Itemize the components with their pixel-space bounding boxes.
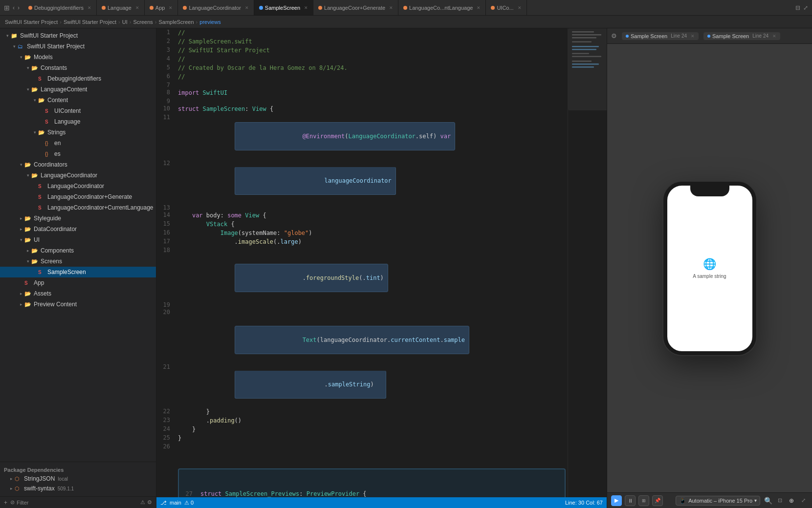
iphone-notch xyxy=(690,186,729,196)
preview-tab-2[interactable]: Sample Screen Line 24 ✕ xyxy=(703,32,780,40)
preview-grid-button[interactable]: ⊞ xyxy=(638,495,649,506)
minimap xyxy=(568,28,607,497)
sidebar-item-swiftsyntax[interactable]: ▸ ⬡ swift-syntax 509.1.1 xyxy=(0,484,156,493)
sidebar-item-label: LanguageContent xyxy=(41,86,87,93)
preview-tab-close[interactable]: ✕ xyxy=(772,34,776,39)
code-line: 5 // Created by Oscar de la Hera Gomez o… xyxy=(156,64,568,72)
sidebar-item-label: Assets xyxy=(34,290,51,297)
sidebar-item-screens[interactable]: ▾ 📂 Screens xyxy=(0,256,156,267)
sidebar-item-assets[interactable]: ▸ 📂 Assets xyxy=(0,288,156,299)
nav-forward-icon[interactable]: › xyxy=(18,4,20,11)
preview-tab-1[interactable]: Sample Screen Line 24 ✕ xyxy=(622,32,699,40)
sidebar-item-styleguide[interactable]: ▸ 📂 Styleguide xyxy=(0,213,156,224)
nav-back-icon[interactable]: ‹ xyxy=(13,4,15,11)
status-position: Line: 30 Col: 67 xyxy=(565,500,603,506)
zoom-fit-button[interactable]: ⤢ xyxy=(798,496,808,506)
tab-close[interactable]: ✕ xyxy=(304,5,308,10)
sidebar-item-coordinators[interactable]: ▾ 📂 Coordinators xyxy=(0,159,156,170)
tab-close[interactable]: ✕ xyxy=(389,5,393,10)
breadcrumb-item-3[interactable]: UI xyxy=(122,19,128,25)
preview-pause-button[interactable]: ⏸ xyxy=(625,495,636,506)
sidebar-item-ui[interactable]: ▾ 📂 UI xyxy=(0,234,156,245)
breadcrumb-sep: › xyxy=(130,19,132,25)
sidebar-item-strings[interactable]: ▾ 📂 Strings xyxy=(0,127,156,138)
tab-samplescreen[interactable]: SampleScreen ✕ xyxy=(254,0,313,15)
sidebar-item-languagecontent[interactable]: ▾ 📂 LanguageContent xyxy=(0,84,156,95)
zoom-reset-button[interactable]: ⊡ xyxy=(775,496,785,506)
sidebar-item-uicontent[interactable]: S UIContent xyxy=(0,106,156,116)
tab-languagecoorlang[interactable]: LanguageCo...ntLanguage ✕ xyxy=(398,0,486,15)
folder-icon: 📂 xyxy=(38,129,46,136)
line-number: 13 xyxy=(156,204,176,211)
sidebar-item-en[interactable]: {} en xyxy=(0,138,156,148)
line-content xyxy=(176,301,568,308)
sidebar-item-app[interactable]: S App xyxy=(0,277,156,288)
expand-arrow: ▸ xyxy=(24,248,31,253)
preview-tab-dot xyxy=(707,35,710,38)
zoom-out-button[interactable]: 🔍 xyxy=(763,496,773,506)
sidebar-item-label: StringJSON xyxy=(24,475,55,482)
sidebar-item-lc-file[interactable]: S LanguageCoordinator xyxy=(0,181,156,191)
tab-uico[interactable]: UICo... ✕ xyxy=(486,0,527,15)
line-content: // SampleScreen.swift xyxy=(176,37,568,46)
sidebar-item-constants[interactable]: ▾ 📂 Constants xyxy=(0,63,156,73)
breadcrumb-item-4[interactable]: Screens xyxy=(133,19,153,25)
line-content: VStack { xyxy=(176,220,568,229)
tab-close[interactable]: ✕ xyxy=(477,5,481,10)
code-editor[interactable]: 1 // 2 // SampleScreen.swift 3 // SwiftU… xyxy=(156,28,568,497)
sidebar-item-stringjson[interactable]: ▸ ⬡ StringJSON local xyxy=(0,474,156,484)
sidebar-item-label: LanguageCoordinator+Generate xyxy=(47,193,132,200)
sidebar-item-root[interactable]: ▾ 📁 SwiftUI Starter Project xyxy=(0,30,156,41)
sidebar-item-content[interactable]: ▾ 📂 Content xyxy=(0,95,156,106)
preview-tab-label: Sample Screen xyxy=(712,33,749,39)
sidebar-item-datacoordinator[interactable]: ▸ 📂 DataCoordinator xyxy=(0,224,156,234)
tab-languagecoorgen[interactable]: LanguageCoor+Generate ✕ xyxy=(313,0,398,15)
preview-tab-close[interactable]: ✕ xyxy=(691,34,695,39)
sidebar-item-es[interactable]: {} es xyxy=(0,148,156,159)
sidebar-item-models[interactable]: ▾ 📂 Models xyxy=(0,52,156,63)
folder-icon: 📁 xyxy=(11,33,19,39)
tab-close[interactable]: ✕ xyxy=(518,5,522,10)
device-selector[interactable]: 📱 Automatic – iPhone 15 Pro ▾ xyxy=(676,496,760,506)
tab-language[interactable]: Language ✕ xyxy=(97,0,145,15)
breadcrumb-item-6[interactable]: previews xyxy=(199,19,220,25)
tab-app[interactable]: App ✕ xyxy=(145,0,178,15)
breadcrumb-item-2[interactable]: SwiftUI Starter Project xyxy=(64,19,116,25)
breadcrumb-item-5[interactable]: SampleScreen xyxy=(158,19,194,25)
tab-debugging[interactable]: DebuggingIdentifiers ✕ xyxy=(23,0,97,15)
fullscreen-icon[interactable]: ⤢ xyxy=(803,4,808,11)
line-content: // SwiftUI Starter Project xyxy=(176,46,568,55)
folder-icon: 📂 xyxy=(38,97,46,104)
tab-languagecoordinator[interactable]: LanguageCoordinator ✕ xyxy=(178,0,254,15)
line-number: 8 xyxy=(156,88,176,97)
tab-close[interactable]: ✕ xyxy=(245,5,249,10)
line-content: Image(systemName: "globe") xyxy=(176,229,568,237)
zoom-in-button[interactable]: ⊕ xyxy=(787,496,796,506)
sidebar-item-preview-content[interactable]: ▸ 📂 Preview Content xyxy=(0,299,156,310)
folder-icon: 📂 xyxy=(24,301,32,308)
breadcrumb-item-1[interactable]: SwiftUI Starter Project xyxy=(5,19,58,25)
sidebar-item-language[interactable]: S Language xyxy=(0,116,156,127)
code-line: 10 struct SampleScreen: View { xyxy=(156,105,568,113)
sidebar-item-lc-currentlang[interactable]: S LanguageCoordinator+CurrentLanguage xyxy=(0,202,156,213)
preview-play-button[interactable]: ▶ xyxy=(611,495,622,506)
sidebar-item-samplescreen[interactable]: S SampleScreen xyxy=(0,267,156,277)
settings-icon[interactable]: ⚙ xyxy=(147,499,152,506)
sidebar-item-lc-generate[interactable]: S LanguageCoordinator+Generate xyxy=(0,191,156,202)
sidebar-item-lc-folder[interactable]: ▾ 📂 LanguageCoordinator xyxy=(0,170,156,181)
line-content: .padding() xyxy=(176,416,568,425)
add-icon[interactable]: + xyxy=(4,499,7,506)
tab-close[interactable]: ✕ xyxy=(135,5,139,10)
split-view-icon[interactable]: ⊟ xyxy=(795,4,800,11)
sidebar-item-components[interactable]: ▸ 📂 Components xyxy=(0,245,156,256)
tab-close[interactable]: ✕ xyxy=(88,5,91,10)
preview-pin-button[interactable]: 📌 xyxy=(652,495,663,506)
tab-close[interactable]: ✕ xyxy=(169,5,173,10)
sidebar-item-label: swift-syntax xyxy=(24,485,55,492)
preview-settings-icon[interactable]: ⚙ xyxy=(611,32,617,40)
sidebar-item-project[interactable]: ▾ 🗂 SwiftUI Starter Project xyxy=(0,41,156,52)
minimap-svg xyxy=(568,28,607,497)
code-line: 24 } xyxy=(156,425,568,434)
grid-icon[interactable]: ⊞ xyxy=(4,4,10,12)
sidebar-item-debugging[interactable]: S DebuggingIdentifiers xyxy=(0,73,156,84)
